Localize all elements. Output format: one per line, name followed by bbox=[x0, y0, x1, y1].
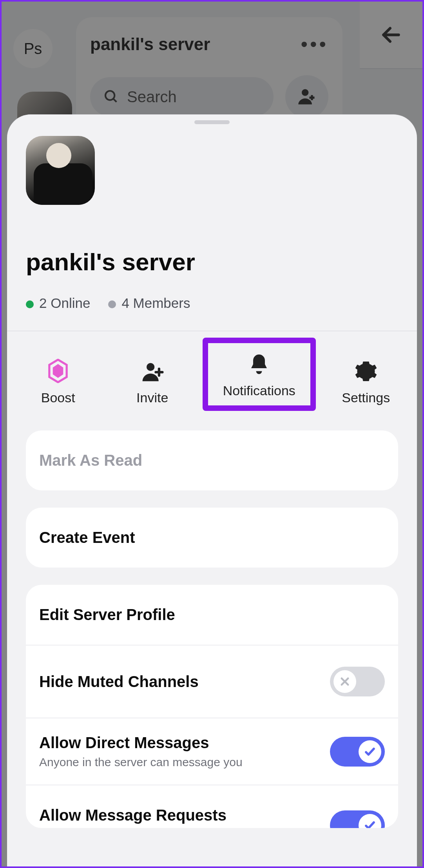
search-icon bbox=[103, 89, 119, 105]
gear-icon bbox=[354, 360, 378, 383]
bell-icon bbox=[247, 353, 271, 376]
toggle-knob bbox=[333, 670, 356, 693]
hide-muted-label: Hide Muted Channels bbox=[39, 673, 199, 691]
add-person-icon bbox=[297, 87, 317, 107]
server-avatar[interactable] bbox=[26, 136, 95, 205]
block-server-settings: Edit Server Profile Hide Muted Channels … bbox=[26, 585, 398, 828]
svg-point-4 bbox=[147, 363, 154, 371]
mark-as-read-item[interactable]: Mark As Read bbox=[26, 430, 398, 490]
allow-msg-req-item[interactable]: Allow Message Requests bbox=[26, 785, 398, 828]
server-header-title: pankil's server bbox=[90, 34, 210, 54]
block-mark-read: Mark As Read bbox=[26, 430, 398, 490]
x-icon bbox=[339, 676, 350, 687]
allow-msg-req-label: Allow Message Requests bbox=[39, 807, 226, 824]
svg-point-2 bbox=[302, 89, 308, 96]
invite-icon bbox=[141, 360, 164, 383]
create-event-item[interactable]: Create Event bbox=[26, 508, 398, 568]
edit-server-profile-item[interactable]: Edit Server Profile bbox=[26, 585, 398, 645]
more-icon[interactable]: ••• bbox=[301, 33, 328, 56]
check-icon bbox=[364, 746, 376, 758]
status-row: 2 Online 4 Members bbox=[26, 295, 398, 311]
back-panel[interactable] bbox=[360, 2, 422, 68]
boost-action[interactable]: Boost bbox=[11, 359, 105, 405]
svg-line-1 bbox=[113, 99, 116, 102]
sheet-grabber[interactable] bbox=[194, 120, 230, 124]
hide-muted-item[interactable]: Hide Muted Channels bbox=[26, 645, 398, 718]
check-icon bbox=[364, 819, 376, 828]
notifications-action[interactable]: Notifications bbox=[203, 338, 316, 411]
toggle-knob bbox=[359, 814, 381, 828]
hide-muted-toggle[interactable] bbox=[330, 667, 385, 696]
server-list-icon[interactable]: Ps bbox=[13, 29, 53, 68]
server-name: pankil's server bbox=[26, 248, 398, 276]
add-member-button[interactable] bbox=[285, 75, 328, 118]
toggle-knob bbox=[359, 740, 381, 763]
online-dot-icon bbox=[26, 300, 34, 308]
action-row: Boost Invite Notifications Settings bbox=[7, 331, 417, 423]
notifications-label: Notifications bbox=[223, 383, 295, 398]
allow-dm-item[interactable]: Allow Direct Messages Anyone in the serv… bbox=[26, 718, 398, 785]
create-event-label: Create Event bbox=[39, 529, 135, 546]
sheet-header: pankil's server 2 Online 4 Members bbox=[7, 124, 417, 331]
edit-server-profile-label: Edit Server Profile bbox=[39, 606, 175, 624]
search-placeholder: Search bbox=[127, 88, 177, 106]
invite-action[interactable]: Invite bbox=[105, 360, 200, 405]
back-arrow-icon bbox=[380, 24, 402, 46]
search-input[interactable]: Search bbox=[90, 77, 274, 116]
allow-dm-toggle[interactable] bbox=[330, 737, 385, 767]
online-count: 2 Online bbox=[26, 295, 90, 311]
server-list-icon-label: Ps bbox=[24, 40, 42, 58]
mark-as-read-label: Mark As Read bbox=[39, 452, 142, 469]
boost-label: Boost bbox=[41, 390, 75, 405]
members-dot-icon bbox=[108, 300, 116, 308]
members-count: 4 Members bbox=[108, 295, 190, 311]
allow-dm-label: Allow Direct Messages bbox=[39, 734, 243, 752]
svg-point-0 bbox=[105, 91, 114, 100]
boost-icon bbox=[47, 359, 69, 383]
server-menu-sheet: pankil's server 2 Online 4 Members Boost… bbox=[7, 114, 417, 866]
settings-action[interactable]: Settings bbox=[319, 360, 413, 405]
block-create-event: Create Event bbox=[26, 508, 398, 568]
invite-label: Invite bbox=[136, 390, 168, 405]
allow-dm-subtitle: Anyone in the server can message you bbox=[39, 756, 243, 769]
allow-msg-req-toggle[interactable] bbox=[330, 810, 385, 828]
settings-label: Settings bbox=[342, 390, 390, 405]
